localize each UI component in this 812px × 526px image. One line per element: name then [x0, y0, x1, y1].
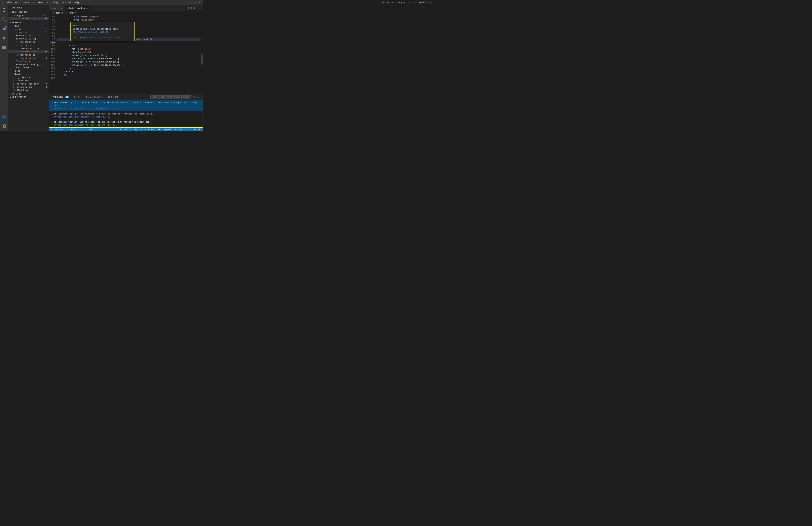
- panel-tab-output[interactable]: OUTPUT: [72, 95, 84, 99]
- file-bundle-js[interactable]: JS bundle.js: [8, 34, 49, 37]
- file-tsconfig-json[interactable]: ⚙ tsconfig.json 5: [8, 56, 49, 60]
- open-editor-todoitem-tsx[interactable]: ✕ ⚛ todoItem.tsx js 9+: [8, 17, 49, 20]
- code-line-99[interactable]: [57, 41, 201, 44]
- folder-node-modules[interactable]: ▶ node_modules: [8, 66, 49, 69]
- breadcrumb-method[interactable]: render: [69, 12, 76, 14]
- activity-extensions[interactable]: [0, 44, 8, 52]
- code-content[interactable]: any Buttons must have discernible text (…: [57, 15, 201, 94]
- file-index-html[interactable]: </> index.html: [8, 79, 49, 82]
- copy-icon[interactable]: ⊞: [195, 96, 196, 98]
- code-line-100[interactable]: <input: [57, 44, 201, 47]
- language-mode[interactable]: TypeScript React: [163, 128, 185, 131]
- spaces[interactable]: Spaces: 2: [134, 128, 147, 131]
- folder-tests[interactable]: ▶ tests: [8, 72, 49, 76]
- peek-problem-link[interactable]: Peek Problem: [73, 36, 87, 40]
- sync-button[interactable]: ↻: [66, 128, 69, 131]
- open-editors-header[interactable]: ▾ OPEN EDITORS: [8, 10, 49, 14]
- file-gitignore[interactable]: ◇ .gitignore: [8, 76, 49, 79]
- gitignore-icon: ◇: [13, 76, 16, 78]
- code-line-109[interactable]: );: [57, 73, 201, 76]
- problem-item-2[interactable]: ⚠ The compiler option "removeComments" s…: [49, 111, 203, 119]
- encoding[interactable]: UTF-8: [147, 128, 155, 131]
- split-icon[interactable]: ▣: [193, 6, 195, 9]
- menu-edit[interactable]: Edit: [14, 1, 21, 4]
- tab-todoitem-tsx[interactable]: ⚛ todoItem.tsx ✕: [65, 5, 90, 11]
- menu-selection[interactable]: Selection: [22, 1, 35, 4]
- menu-file[interactable]: File: [5, 1, 13, 4]
- split-editor-icon[interactable]: ⊟: [188, 6, 189, 9]
- code-line-90[interactable]: className="toggle": [57, 15, 201, 18]
- code-line-107[interactable]: />: [57, 67, 201, 70]
- code-line-101[interactable]: ref="editField": [57, 47, 201, 50]
- code-line-102[interactable]: className="edit": [57, 50, 201, 54]
- file-todomodel-ts[interactable]: TS todoModel.ts: [8, 53, 49, 56]
- file-bundle-js-map-name: bundle.js.map: [19, 38, 49, 40]
- code-line-91[interactable]: type="checkbox": [57, 18, 201, 22]
- code-line-103[interactable]: value={this.state.editText}: [57, 54, 201, 57]
- problem-item-1[interactable]: ⚠ The compiler option "forceConsistentCa…: [49, 100, 203, 111]
- git-branch[interactable]: ⑂ master*: [50, 128, 65, 131]
- file-constants-ts[interactable]: TS constants.ts: [8, 40, 49, 44]
- menu-go[interactable]: Go: [45, 1, 49, 4]
- code-line-105[interactable]: onChange={ e => this.handleChange(e) }: [57, 60, 201, 63]
- errors-count[interactable]: ⊗ 48: [70, 128, 77, 131]
- maximize-button[interactable]: ❐: [194, 1, 197, 3]
- file-todoitem-tsx[interactable]: ⚛ todoItem.tsx 9+: [8, 50, 49, 53]
- open-editor-app-tsx[interactable]: ⚛ app.tsx js 9+: [8, 14, 49, 17]
- menu-help[interactable]: Help: [73, 1, 81, 4]
- close-button[interactable]: ✕: [199, 1, 201, 3]
- file-readme-md[interactable]: ℹ README.md: [8, 89, 49, 92]
- activity-remote[interactable]: [0, 113, 8, 121]
- code-line-108[interactable]: </li>: [57, 70, 201, 73]
- tab-app-tsx[interactable]: ⚛ app.tsx: [49, 5, 65, 11]
- panel-tab-terminal[interactable]: TERMINAL: [106, 95, 120, 99]
- panel-tab-debug-console[interactable]: DEBUG CONSOLE: [84, 95, 105, 99]
- npm-scripts-header[interactable]: ▶ NPM SCRIPTS: [8, 96, 49, 99]
- filter-icon[interactable]: ⊟: [192, 96, 194, 98]
- line-ending[interactable]: CRLF: [156, 128, 163, 131]
- folder-css[interactable]: ▶ css: [8, 24, 49, 27]
- file-package-json-name: package.json: [17, 86, 45, 88]
- file-webpack-config[interactable]: ⚙ webpack.config.js: [8, 63, 49, 66]
- folder-scss[interactable]: ▶ scss: [8, 69, 49, 72]
- file-utils-ts[interactable]: TS utils.ts: [8, 60, 49, 63]
- file-app-tsx[interactable]: ⚛ app.tsx 9+: [8, 31, 49, 34]
- layout-icon[interactable]: ⊞: [191, 6, 192, 9]
- activity-search[interactable]: [0, 15, 8, 24]
- notifications-icon[interactable]: 🔔: [197, 128, 202, 131]
- file-interfaces-dts[interactable]: TS interfaces.d.ts: [8, 47, 49, 50]
- file-package-lock[interactable]: {} package-lock.json N: [8, 82, 49, 85]
- file-footer-tsx[interactable]: ⚛ footer.tsx: [8, 44, 49, 47]
- close-panel-icon[interactable]: ✕: [200, 96, 201, 98]
- outline-header[interactable]: ▶ OUTLINE: [8, 92, 49, 96]
- tab-close-icon[interactable]: ✕: [86, 7, 87, 10]
- filter-input[interactable]: [150, 96, 191, 99]
- chevron-up-icon[interactable]: ∧: [197, 96, 199, 98]
- ts-version[interactable]: 3.7.3: [185, 128, 193, 131]
- bugtest-header[interactable]: ▾ BUGTEST: [8, 21, 49, 24]
- file-bundle-js-map[interactable]: JS bundle.js.map: [8, 37, 49, 40]
- activity-scm[interactable]: 3: [0, 25, 8, 33]
- activity-explorer[interactable]: [0, 6, 8, 14]
- panel-tab-problems[interactable]: PROBLEMS 51: [50, 95, 71, 99]
- activity-settings[interactable]: [0, 122, 8, 130]
- scrollbar-thumb[interactable]: [201, 54, 203, 64]
- folder-js[interactable]: ▾ js: [8, 27, 49, 31]
- feedback-icon[interactable]: ☺: [193, 128, 197, 131]
- html-icon: </>: [13, 79, 16, 82]
- activity-debug[interactable]: [0, 34, 8, 42]
- menu-debug[interactable]: Debug: [50, 1, 59, 4]
- warnings-count[interactable]: ⚠ 3: [77, 128, 83, 131]
- code-line-106[interactable]: onKeyDown={ e => this.handleKeyDown(e) }: [57, 63, 201, 67]
- menu-view[interactable]: View: [36, 1, 44, 4]
- file-package-json[interactable]: {} package.json N: [8, 85, 49, 89]
- menu-terminal[interactable]: Terminal: [60, 1, 72, 4]
- problem-item-3[interactable]: ⚠ The compiler option "importHelpers" sh…: [49, 119, 203, 127]
- more-actions-icon[interactable]: ···: [196, 6, 201, 10]
- editor-scrollbar[interactable]: [201, 15, 203, 94]
- code-line-104[interactable]: onBlur={ e => this.handleSubmit(e) }: [57, 57, 201, 60]
- cursor-position[interactable]: Ln 98, Col 12: [116, 128, 133, 131]
- open-editor-todoitem-badge: 9+: [45, 17, 47, 20]
- breadcrumb-class[interactable]: TodoItem: [53, 12, 63, 14]
- minimize-button[interactable]: —: [190, 1, 193, 3]
